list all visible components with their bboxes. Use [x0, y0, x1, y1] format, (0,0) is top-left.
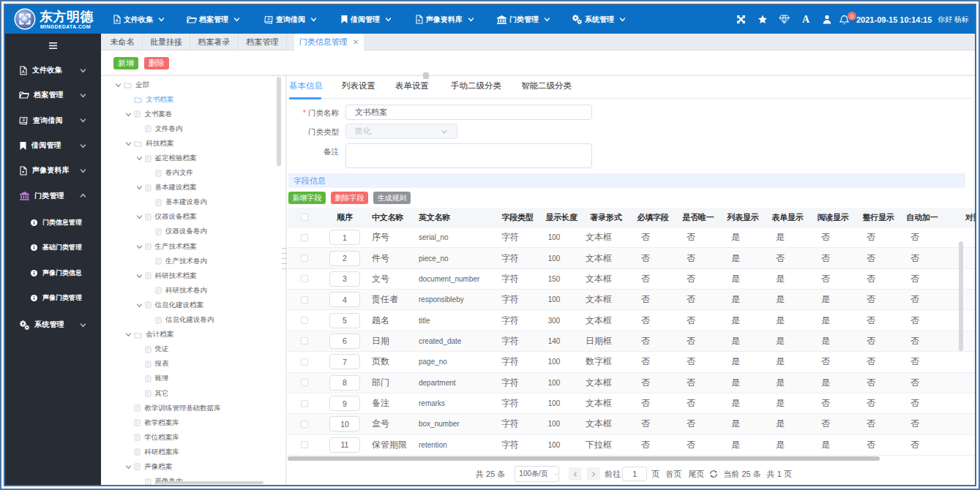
svg-text:A: A — [21, 69, 25, 73]
svg-text:A: A — [115, 18, 119, 23]
